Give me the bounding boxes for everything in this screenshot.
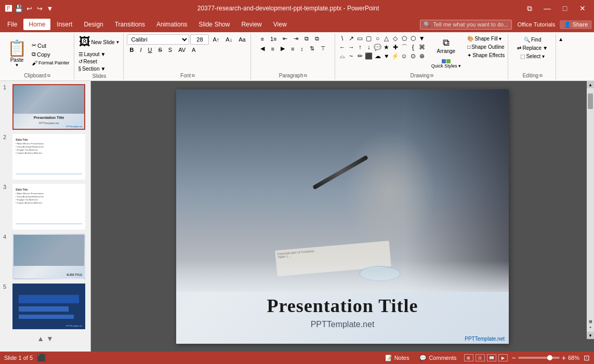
shape-custom[interactable]: ⌘ (418, 43, 426, 51)
restore-button[interactable]: ⧉ (522, 3, 537, 14)
text-shadow-button[interactable]: S (166, 46, 175, 54)
menu-slideshow[interactable]: Slide Show (193, 19, 235, 30)
slide-image-5[interactable]: PPTTemplate.net (12, 284, 85, 329)
slide-thumb-5[interactable]: 5 PPTTemplate.net (2, 282, 88, 330)
menu-insert[interactable]: Insert (51, 19, 77, 30)
fit-slide-button[interactable]: ⊞ (589, 319, 592, 324)
decrease-indent-button[interactable]: ⇤ (280, 34, 290, 43)
shape-triangle[interactable]: △ (382, 34, 391, 43)
shape-donut[interactable]: ⊙ (409, 52, 417, 60)
shape-cube[interactable]: ⬛ (365, 52, 373, 60)
clipboard-expand-icon[interactable]: ⧉ (47, 73, 50, 78)
zoom-out-button[interactable]: − (512, 354, 516, 362)
shape-cloud[interactable]: ☁ (374, 52, 382, 60)
slide-main-title[interactable]: Presentation Title (187, 295, 498, 317)
numbering-button[interactable]: 1≡ (268, 35, 280, 43)
copy-button[interactable]: ⧉ Copy (31, 50, 71, 58)
shape-arrow[interactable]: ↗ (347, 34, 355, 43)
new-slide-dropdown[interactable]: ▼ (116, 40, 120, 45)
shape-line[interactable]: \ (338, 34, 347, 43)
scroll-down-button[interactable]: ▼ (587, 332, 594, 339)
cut-button[interactable]: ✂ Cut (31, 42, 71, 49)
paste-button[interactable]: 📋 Paste ▼ (4, 38, 30, 69)
font-size-input[interactable] (190, 34, 209, 45)
slide-thumb-1[interactable]: 1 Presentation Title PPTTemplate.net PPT… (2, 83, 88, 131)
font-size-decrease-button[interactable]: A↓ (223, 35, 235, 44)
undo-button[interactable]: ↩ (25, 4, 33, 12)
align-left-button[interactable]: ◀ (258, 44, 267, 53)
shape-up-arrow[interactable]: ↑ (356, 43, 364, 51)
select-button[interactable]: ⬚ Select ▾ (519, 53, 546, 60)
quick-access-customize[interactable]: ▼ (46, 4, 54, 12)
search-box[interactable]: 🔍 Tell me what you want to do... (420, 20, 512, 30)
font-color-button[interactable]: A (189, 46, 198, 54)
shape-effects-button[interactable]: ✦ Shape Effects (466, 52, 506, 59)
clear-format-button[interactable]: Aa (236, 35, 248, 44)
align-center-button[interactable]: ≡ (268, 45, 276, 53)
menu-transitions[interactable]: Transitions (110, 19, 150, 30)
redo-button[interactable]: ↪ (35, 4, 44, 12)
shape-rounded-rect[interactable]: ▢ (365, 34, 373, 43)
reset-button[interactable]: ↺ Reset (77, 58, 107, 65)
shape-rect[interactable]: ▭ (356, 34, 364, 43)
slide-thumb-3[interactable]: 3 Slide Title • Make Effective Presentat… (2, 183, 88, 231)
slide-thumb-2[interactable]: 2 Slide Title • Make Effective Presentat… (2, 133, 88, 181)
shape-right-arrow[interactable]: → (347, 43, 355, 51)
shapes-more[interactable]: ▼ (418, 34, 426, 43)
share-button[interactable]: 👤 Share (560, 20, 592, 29)
layout-button[interactable]: ☰ Layout ▼ (77, 51, 107, 58)
line-spacing-button[interactable]: ↕ (298, 45, 306, 53)
zoom-slider[interactable] (518, 357, 560, 359)
shape-arc[interactable]: ⌓ (338, 52, 347, 60)
save-button[interactable]: 💾 (15, 4, 23, 12)
slide-thumb-4[interactable]: 4 SLIDE TITLE (2, 233, 88, 280)
menu-view[interactable]: View (268, 19, 292, 30)
columns-button[interactable]: ⧉ (312, 34, 322, 43)
arrange-button[interactable]: ⧉ Arrange (428, 35, 465, 56)
shape-pentagon[interactable]: ⬠ (400, 34, 408, 43)
zoom-in-button[interactable]: + (562, 354, 566, 362)
shape-circle[interactable]: ○ (374, 34, 382, 43)
zoom-in-small-button[interactable]: + (589, 325, 592, 330)
menu-design[interactable]: Design (78, 19, 108, 30)
slide-image-3[interactable]: Slide Title • Make Effective Presentatio… (12, 184, 85, 230)
menu-animations[interactable]: Animations (151, 19, 192, 30)
menu-file[interactable]: File (2, 19, 22, 30)
char-spacing-button[interactable]: AV (176, 46, 188, 54)
editing-expand-icon[interactable]: ⧉ (539, 73, 543, 78)
shape-callout[interactable]: 💬 (374, 43, 382, 51)
shape-lightning[interactable]: ⚡ (391, 52, 400, 60)
section-button[interactable]: § Section ▼ (77, 65, 107, 72)
shape-outline-button[interactable]: □ Shape Outline (466, 44, 506, 50)
text-align-button[interactable]: ⊤ (318, 44, 328, 53)
scroll-up-arrow[interactable]: ▲ (37, 334, 44, 343)
shape-star[interactable]: ★ (382, 43, 391, 51)
find-button[interactable]: 🔍 Find (523, 36, 542, 43)
font-expand-icon[interactable]: ⧉ (192, 73, 195, 78)
shape-heart[interactable]: ♥ (382, 52, 391, 60)
align-right-button[interactable]: ▶ (278, 44, 287, 53)
fit-slide-status-button[interactable]: ⊡ (584, 354, 590, 362)
italic-button[interactable]: I (137, 46, 144, 54)
justify-button[interactable]: ≡ (288, 45, 297, 53)
slideshow-button[interactable]: ▶ (498, 354, 508, 361)
minimize-button[interactable]: — (540, 3, 555, 14)
shape-down-arrow[interactable]: ↓ (365, 43, 373, 51)
shape-brace[interactable]: { (409, 43, 417, 51)
shape-left-arrow[interactable]: ← (338, 43, 347, 51)
drawing-expand-icon[interactable]: ⧉ (430, 73, 433, 78)
scroll-up-button[interactable]: ▲ (587, 81, 594, 88)
text-direction-button[interactable]: ⇅ (307, 44, 317, 53)
maximize-button[interactable]: □ (558, 3, 572, 14)
font-size-increase-button[interactable]: A↑ (210, 35, 222, 44)
ribbon-collapse-button[interactable]: ▲ (557, 35, 564, 43)
shape-diamond[interactable]: ◇ (391, 34, 400, 43)
bullets-button[interactable]: ≡ (258, 35, 266, 43)
replace-button[interactable]: ⇄ Replace ▼ (516, 45, 549, 51)
format-painter-button[interactable]: 🖌 Format Painter (31, 59, 71, 66)
scroll-thumb[interactable] (588, 93, 593, 109)
slide-image-2[interactable]: Slide Title • Make Effective Presentatio… (12, 134, 85, 180)
notes-button[interactable]: 📝 Notes (382, 354, 413, 362)
slide-sorter-button[interactable]: ⊡ (476, 354, 485, 361)
shape-wave[interactable]: ~ (347, 52, 355, 60)
